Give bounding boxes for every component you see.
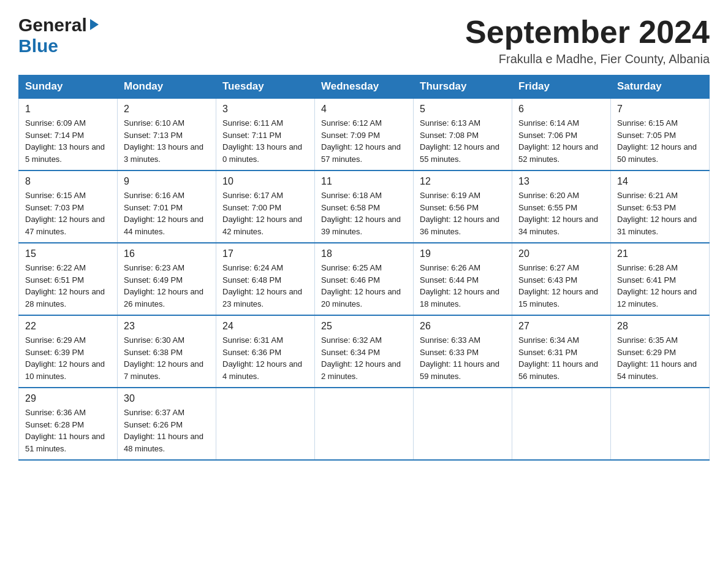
calendar-cell: 1Sunrise: 6:09 AMSunset: 7:14 PMDaylight… <box>19 98 118 170</box>
day-info: Sunrise: 6:10 AMSunset: 7:13 PMDaylight:… <box>124 117 210 165</box>
day-info: Sunrise: 6:14 AMSunset: 7:06 PMDaylight:… <box>518 117 604 165</box>
day-info: Sunrise: 6:30 AMSunset: 6:38 PMDaylight:… <box>124 334 210 382</box>
day-info: Sunrise: 6:09 AMSunset: 7:14 PMDaylight:… <box>25 117 111 165</box>
calendar-cell: 22Sunrise: 6:29 AMSunset: 6:39 PMDayligh… <box>19 315 118 388</box>
day-number: 18 <box>321 248 407 259</box>
calendar-cell <box>315 388 414 460</box>
day-info: Sunrise: 6:15 AMSunset: 7:05 PMDaylight:… <box>617 117 703 165</box>
day-info: Sunrise: 6:18 AMSunset: 6:58 PMDaylight:… <box>321 190 407 237</box>
calendar-cell: 13Sunrise: 6:20 AMSunset: 6:55 PMDayligh… <box>512 170 611 243</box>
calendar-cell: 5Sunrise: 6:13 AMSunset: 7:08 PMDaylight… <box>414 98 512 170</box>
calendar-cell: 18Sunrise: 6:25 AMSunset: 6:46 PMDayligh… <box>315 243 414 315</box>
day-header-wednesday: Wednesday <box>315 75 414 99</box>
day-info: Sunrise: 6:13 AMSunset: 7:08 PMDaylight:… <box>420 117 506 165</box>
calendar-cell: 24Sunrise: 6:31 AMSunset: 6:36 PMDayligh… <box>216 315 315 388</box>
day-number: 17 <box>222 248 308 259</box>
calendar-cell: 27Sunrise: 6:34 AMSunset: 6:31 PMDayligh… <box>512 315 611 388</box>
day-header-sunday: Sunday <box>19 75 118 99</box>
day-info: Sunrise: 6:17 AMSunset: 7:00 PMDaylight:… <box>222 190 308 237</box>
calendar-cell: 3Sunrise: 6:11 AMSunset: 7:11 PMDaylight… <box>216 98 315 170</box>
calendar-cell: 11Sunrise: 6:18 AMSunset: 6:58 PMDayligh… <box>315 170 414 243</box>
calendar-cell <box>216 388 315 460</box>
day-info: Sunrise: 6:23 AMSunset: 6:49 PMDaylight:… <box>124 262 210 310</box>
day-number: 1 <box>25 104 111 115</box>
calendar-week-row: 15Sunrise: 6:22 AMSunset: 6:51 PMDayligh… <box>19 243 710 315</box>
calendar-cell: 17Sunrise: 6:24 AMSunset: 6:48 PMDayligh… <box>216 243 315 315</box>
calendar-cell: 29Sunrise: 6:36 AMSunset: 6:28 PMDayligh… <box>19 388 118 460</box>
calendar-cell: 9Sunrise: 6:16 AMSunset: 7:01 PMDaylight… <box>118 170 216 243</box>
calendar-header-row: SundayMondayTuesdayWednesdayThursdayFrid… <box>19 75 710 99</box>
calendar-cell <box>512 388 611 460</box>
day-number: 9 <box>124 176 210 187</box>
day-number: 21 <box>617 248 703 259</box>
day-number: 11 <box>321 176 407 187</box>
day-number: 6 <box>518 104 604 115</box>
day-number: 2 <box>124 104 210 115</box>
day-header-friday: Friday <box>512 75 611 99</box>
day-number: 30 <box>124 393 210 404</box>
svg-marker-0 <box>90 19 99 30</box>
calendar-cell: 16Sunrise: 6:23 AMSunset: 6:49 PMDayligh… <box>118 243 216 315</box>
day-number: 4 <box>321 104 407 115</box>
calendar-cell: 28Sunrise: 6:35 AMSunset: 6:29 PMDayligh… <box>611 315 710 388</box>
day-number: 29 <box>25 393 111 404</box>
day-info: Sunrise: 6:19 AMSunset: 6:56 PMDaylight:… <box>420 190 506 237</box>
day-number: 28 <box>617 321 703 332</box>
calendar-cell: 25Sunrise: 6:32 AMSunset: 6:34 PMDayligh… <box>315 315 414 388</box>
day-info: Sunrise: 6:21 AMSunset: 6:53 PMDaylight:… <box>617 190 703 237</box>
day-info: Sunrise: 6:37 AMSunset: 6:26 PMDaylight:… <box>124 407 210 454</box>
day-info: Sunrise: 6:33 AMSunset: 6:33 PMDaylight:… <box>420 334 506 382</box>
day-number: 10 <box>222 176 308 187</box>
calendar-cell: 8Sunrise: 6:15 AMSunset: 7:03 PMDaylight… <box>19 170 118 243</box>
day-number: 14 <box>617 176 703 187</box>
day-number: 7 <box>617 104 703 115</box>
day-number: 27 <box>518 321 604 332</box>
calendar-week-row: 1Sunrise: 6:09 AMSunset: 7:14 PMDaylight… <box>19 98 710 170</box>
day-header-tuesday: Tuesday <box>216 75 315 99</box>
day-number: 16 <box>124 248 210 259</box>
day-info: Sunrise: 6:27 AMSunset: 6:43 PMDaylight:… <box>518 262 604 310</box>
day-number: 26 <box>420 321 506 332</box>
day-info: Sunrise: 6:12 AMSunset: 7:09 PMDaylight:… <box>321 117 407 165</box>
calendar-cell: 19Sunrise: 6:26 AMSunset: 6:44 PMDayligh… <box>414 243 512 315</box>
day-header-saturday: Saturday <box>611 75 710 99</box>
day-number: 12 <box>420 176 506 187</box>
day-info: Sunrise: 6:16 AMSunset: 7:01 PMDaylight:… <box>124 190 210 237</box>
calendar-subtitle: Frakulla e Madhe, Fier County, Albania <box>465 52 710 66</box>
day-info: Sunrise: 6:32 AMSunset: 6:34 PMDaylight:… <box>321 334 407 382</box>
day-info: Sunrise: 6:20 AMSunset: 6:55 PMDaylight:… <box>518 190 604 237</box>
day-number: 23 <box>124 321 210 332</box>
day-info: Sunrise: 6:35 AMSunset: 6:29 PMDaylight:… <box>617 334 703 382</box>
calendar-table: SundayMondayTuesdayWednesdayThursdayFrid… <box>18 75 710 461</box>
calendar-week-row: 8Sunrise: 6:15 AMSunset: 7:03 PMDaylight… <box>19 170 710 243</box>
day-info: Sunrise: 6:25 AMSunset: 6:46 PMDaylight:… <box>321 262 407 310</box>
calendar-cell: 7Sunrise: 6:15 AMSunset: 7:05 PMDaylight… <box>611 98 710 170</box>
header: General Blue September 2024 Frakulla e M… <box>18 15 710 66</box>
day-number: 24 <box>222 321 308 332</box>
day-number: 22 <box>25 321 111 332</box>
day-info: Sunrise: 6:29 AMSunset: 6:39 PMDaylight:… <box>25 334 111 382</box>
calendar-cell: 4Sunrise: 6:12 AMSunset: 7:09 PMDaylight… <box>315 98 414 170</box>
calendar-cell <box>611 388 710 460</box>
calendar-cell: 6Sunrise: 6:14 AMSunset: 7:06 PMDaylight… <box>512 98 611 170</box>
day-number: 8 <box>25 176 111 187</box>
logo-general: General <box>18 15 87 36</box>
calendar-week-row: 29Sunrise: 6:36 AMSunset: 6:28 PMDayligh… <box>19 388 710 460</box>
day-number: 20 <box>518 248 604 259</box>
day-number: 3 <box>222 104 308 115</box>
day-number: 15 <box>25 248 111 259</box>
day-number: 19 <box>420 248 506 259</box>
day-info: Sunrise: 6:36 AMSunset: 6:28 PMDaylight:… <box>25 407 111 454</box>
logo: General Blue <box>18 15 100 56</box>
calendar-cell: 12Sunrise: 6:19 AMSunset: 6:56 PMDayligh… <box>414 170 512 243</box>
day-number: 13 <box>518 176 604 187</box>
day-info: Sunrise: 6:34 AMSunset: 6:31 PMDaylight:… <box>518 334 604 382</box>
calendar-cell: 14Sunrise: 6:21 AMSunset: 6:53 PMDayligh… <box>611 170 710 243</box>
calendar-cell: 20Sunrise: 6:27 AMSunset: 6:43 PMDayligh… <box>512 243 611 315</box>
day-info: Sunrise: 6:24 AMSunset: 6:48 PMDaylight:… <box>222 262 308 310</box>
day-header-monday: Monday <box>118 75 216 99</box>
calendar-cell: 15Sunrise: 6:22 AMSunset: 6:51 PMDayligh… <box>19 243 118 315</box>
calendar-title: September 2024 <box>465 15 710 50</box>
calendar-cell: 10Sunrise: 6:17 AMSunset: 7:00 PMDayligh… <box>216 170 315 243</box>
calendar-cell: 30Sunrise: 6:37 AMSunset: 6:26 PMDayligh… <box>118 388 216 460</box>
